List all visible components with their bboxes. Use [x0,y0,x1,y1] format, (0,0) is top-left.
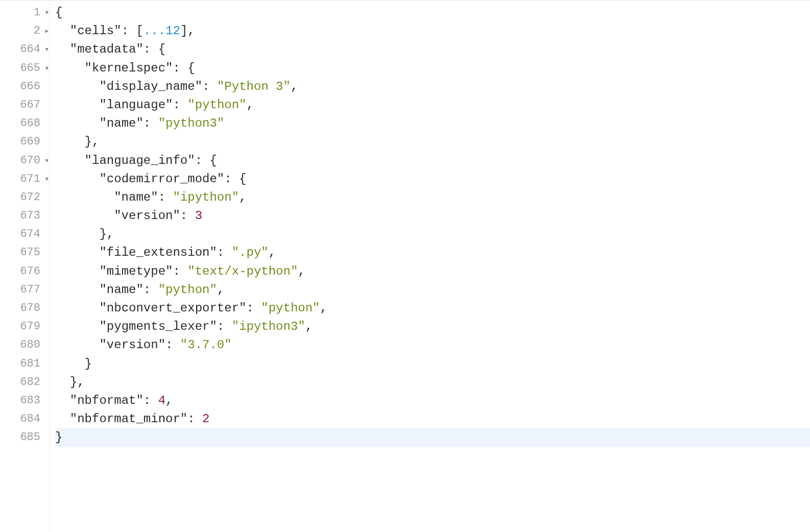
token-key: "nbformat" [70,394,144,407]
token-str: "Python 3" [217,80,291,93]
line-number-text: 670 [20,152,40,170]
fold-open-icon[interactable]: ▼ [45,65,49,71]
fold-open-icon[interactable]: ▼ [45,47,49,53]
fold-open-icon[interactable]: ▼ [45,176,49,182]
fold-open-icon[interactable]: ▼ [45,158,49,163]
code-line[interactable]: "nbconvert_exporter": "python", [55,299,810,318]
token-key: "version" [114,209,180,223]
indent [55,357,85,371]
token-key: "name" [99,116,143,130]
token-key: "kernelspec" [85,61,173,75]
code-line[interactable]: "name": "python3" [55,114,810,133]
code-line[interactable]: "mimetype": "text/x-python", [55,262,810,281]
code-line[interactable]: { [55,4,810,22]
code-area[interactable]: { "cells": [...12], "metadata": { "kerne… [50,1,810,532]
token-punc: , [269,246,276,259]
token-punc: , [291,80,298,93]
indent [55,412,70,426]
code-editor[interactable]: 1▼2▶664▼665▼666667668669670▼671▼67267367… [0,0,810,532]
code-line[interactable]: "cells": [...12], [55,22,810,40]
token-punc: { [158,42,165,56]
token-punc: } [85,357,92,371]
code-line[interactable]: } [55,428,810,447]
token-str: ".py" [232,246,269,259]
token-str: "python" [187,98,246,112]
line-number: 681 [0,355,50,373]
token-punc: : [202,80,217,93]
indent [55,394,70,407]
line-number-text: 668 [20,114,40,133]
code-line[interactable]: }, [55,133,810,151]
line-number: 668 [0,114,50,133]
line-number: 670▼ [0,152,50,170]
token-punc: : [158,190,173,204]
line-number-text: 685 [20,428,40,447]
token-punc: : [165,338,180,352]
token-punc: : [180,209,195,223]
indent [55,172,99,186]
token-key: "display_name" [99,80,202,93]
indent [55,338,99,352]
code-line[interactable]: "name": "ipython", [55,188,810,207]
code-line[interactable]: "version": "3.7.0" [55,336,810,354]
code-line[interactable]: "version": 3 [55,207,810,225]
token-str: "ipython" [173,190,239,204]
line-number-text: 672 [20,188,40,207]
indent [55,154,85,167]
code-line[interactable]: "kernelspec": { [55,59,810,78]
indent [55,246,99,259]
code-line[interactable]: "language_info": { [55,152,810,170]
line-number: 685 [0,428,50,447]
code-line[interactable]: "nbformat_minor": 2 [55,410,810,428]
line-number-text: 679 [20,318,40,336]
line-number: 677 [0,281,50,299]
line-number: 674 [0,225,50,244]
code-line[interactable]: "pygments_lexer": "ipython3", [55,318,810,336]
indent [55,264,99,278]
line-number-text: 674 [20,225,40,244]
token-punc: : [144,283,158,297]
token-str: "ipython3" [232,320,305,333]
code-line[interactable]: "codemirror_mode": { [55,170,810,188]
token-punc: , [165,394,173,407]
line-number-text: 671 [20,170,40,188]
token-num: 3 [195,209,202,223]
line-number: 669 [0,133,50,151]
code-line[interactable]: "name": "python", [55,281,810,299]
code-line[interactable]: "nbformat": 4, [55,392,810,410]
line-number-text: 667 [20,96,40,114]
line-number-text: 682 [20,373,40,392]
token-num: 2 [202,412,209,426]
code-line[interactable]: "language": "python", [55,96,810,114]
line-number: 683 [0,392,50,410]
token-punc: , [239,190,246,204]
line-number-text: 664 [20,40,40,59]
code-line[interactable]: } [55,355,810,373]
token-punc: , [107,227,114,241]
line-number-gutter: 1▼2▶664▼665▼666667668669670▼671▼67267367… [0,1,50,532]
token-punc: : [144,42,158,56]
token-punc: , [298,264,305,278]
code-line[interactable]: "display_name": "Python 3", [55,78,810,96]
indent [55,24,70,38]
indent [55,227,99,241]
code-line[interactable]: }, [55,225,810,244]
line-number: 673 [0,207,50,225]
code-line[interactable]: "file_extension": ".py", [55,244,810,262]
token-punc: } [55,430,62,444]
token-str: "python3" [158,116,225,130]
token-punc: } [99,227,106,241]
code-line[interactable]: "metadata": { [55,40,810,59]
line-number-text: 676 [20,262,40,281]
line-number: 675 [0,244,50,262]
fold-closed-icon[interactable]: ▶ [45,29,49,34]
token-punc: : [144,394,158,407]
token-punc: , [320,301,327,315]
indent [55,98,99,112]
code-line[interactable]: }, [55,373,810,392]
token-key: "metadata" [70,42,144,56]
fold-open-icon[interactable]: ▼ [45,10,49,16]
token-punc: { [209,154,217,167]
line-number: 684 [0,410,50,428]
token-str: "python" [158,283,217,297]
